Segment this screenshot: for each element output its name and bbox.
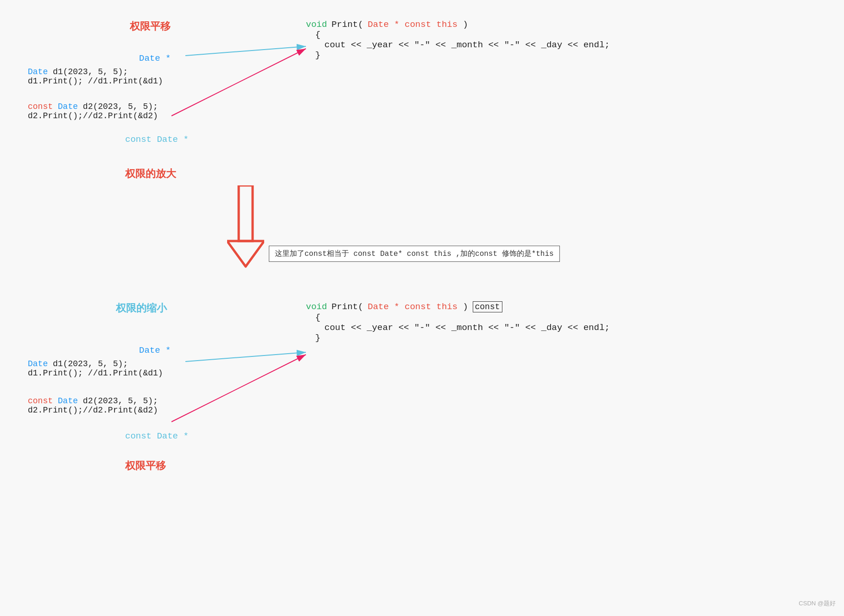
bottom-date-star-label: Date * bbox=[139, 345, 171, 356]
bottom-const-kw: const bbox=[28, 396, 58, 406]
annotation-text: 这里加了const相当于 const Date* const this ,加的c… bbox=[275, 250, 554, 258]
bottom-const-date-star-text: const Date * bbox=[125, 431, 189, 441]
top-d2-line1: const Date d2(2023, 5, 5); bbox=[28, 102, 158, 111]
bottom-func-name: Print( bbox=[331, 302, 363, 312]
annotation-box: 这里加了const相当于 const Date* const this ,加的c… bbox=[269, 246, 560, 262]
top-void-keyword: void bbox=[306, 19, 327, 30]
bottom-d1-print: d1.Print(); //d1.Print(&d1) bbox=[28, 368, 163, 378]
svg-marker-5 bbox=[227, 241, 264, 267]
bottom-d1-date: Date bbox=[28, 359, 48, 368]
watermark: CSDN @题好 bbox=[799, 599, 836, 608]
top-date-param: Date * const this bbox=[368, 19, 463, 30]
bottom-quanxian-text: 权限平移 bbox=[125, 460, 166, 471]
bottom-const-date-star-label: const Date * bbox=[125, 431, 189, 441]
top-d2-line2: d2.Print();//d2.Print(&d2) bbox=[28, 111, 158, 121]
bottom-d2-line2: d2.Print();//d2.Print(&d2) bbox=[28, 406, 158, 415]
arrow-bottom-pink bbox=[171, 355, 306, 422]
bottom-d2-line1: const Date d2(2023, 5, 5); bbox=[28, 396, 158, 406]
bottom-void-keyword: void bbox=[306, 302, 327, 312]
bottom-d1-line1: Date d1(2023, 5, 5); bbox=[28, 359, 163, 368]
top-const-date-star-label: const Date * bbox=[125, 134, 189, 145]
top-date-star-label: Date * bbox=[139, 53, 171, 64]
bottom-title: 权限的缩小 bbox=[116, 301, 167, 315]
top-cout-line: cout << _year << "-" << _month << "-" <<… bbox=[324, 40, 610, 50]
top-cout-text: cout << _year << "-" << _month << "-" <<… bbox=[324, 40, 610, 50]
top-d1-date: Date bbox=[28, 67, 48, 76]
top-brace-open: { bbox=[315, 30, 610, 40]
top-func-close: ) bbox=[463, 19, 468, 30]
svg-rect-4 bbox=[239, 185, 253, 241]
bottom-right-func: void Print( Date * const this ) const { … bbox=[306, 301, 610, 343]
bottom-const-box: const bbox=[473, 301, 502, 312]
top-date-star-text: Date * bbox=[139, 53, 171, 64]
bottom-d1-rest: d1(2023, 5, 5); bbox=[53, 359, 128, 368]
top-d1-rest: d1(2023, 5, 5); bbox=[53, 67, 128, 76]
top-d1-print: d1.Print(); //d1.Print(&d1) bbox=[28, 76, 163, 86]
arrow-top-pink bbox=[171, 49, 306, 116]
bottom-brace-open: { bbox=[315, 312, 610, 323]
middle-title-text: 权限的放大 bbox=[125, 168, 176, 179]
bottom-d2-block: const Date d2(2023, 5, 5); d2.Print();//… bbox=[28, 396, 158, 415]
bottom-title-text: 权限的缩小 bbox=[116, 302, 167, 314]
top-const-date-star-text: const Date * bbox=[125, 134, 189, 145]
top-func-sig: void Print( Date * const this ) bbox=[306, 19, 610, 30]
bottom-d2-date: Date bbox=[58, 396, 78, 406]
middle-title: 权限的放大 bbox=[125, 167, 176, 181]
red-arrow-svg bbox=[227, 185, 264, 269]
bottom-d1-block: Date d1(2023, 5, 5); d1.Print(); //d1.Pr… bbox=[28, 359, 163, 378]
bottom-d2-rest: d2(2023, 5, 5); bbox=[83, 396, 158, 406]
top-d2-date: Date bbox=[58, 102, 78, 111]
bottom-date-star-text: Date * bbox=[139, 345, 171, 356]
arrow-bottom-cyan bbox=[185, 352, 306, 362]
page-container: 权限平移 void Print( Date * const this ) { c… bbox=[0, 0, 844, 616]
top-brace-close: } bbox=[315, 50, 610, 60]
bottom-quanxian-title: 权限平移 bbox=[125, 459, 166, 473]
bottom-func-close: ) bbox=[463, 302, 468, 312]
arrow-top-cyan bbox=[185, 46, 306, 56]
red-arrow-down bbox=[227, 185, 264, 271]
top-d1-block: Date d1(2023, 5, 5); d1.Print(); //d1.Pr… bbox=[28, 67, 163, 86]
bottom-func-sig: void Print( Date * const this ) const bbox=[306, 301, 610, 312]
bottom-brace-close: } bbox=[315, 333, 610, 343]
top-d2-block: const Date d2(2023, 5, 5); d2.Print();//… bbox=[28, 102, 158, 121]
top-d1-line2: d1.Print(); //d1.Print(&d1) bbox=[28, 76, 163, 86]
bottom-d2-print: d2.Print();//d2.Print(&d2) bbox=[28, 406, 158, 415]
top-const-kw: const bbox=[28, 102, 58, 111]
top-d2-rest: d2(2023, 5, 5); bbox=[83, 102, 158, 111]
top-right-func: void Print( Date * const this ) { cout <… bbox=[306, 19, 610, 60]
bottom-cout-line: cout << _year << "-" << _month << "-" <<… bbox=[324, 323, 610, 333]
top-d1-line1: Date d1(2023, 5, 5); bbox=[28, 67, 163, 76]
top-d2-print: d2.Print();//d2.Print(&d2) bbox=[28, 111, 158, 121]
bottom-cout-text: cout << _year << "-" << _month << "-" <<… bbox=[324, 323, 610, 333]
top-func-name: Print( bbox=[331, 19, 363, 30]
bottom-d1-line2: d1.Print(); //d1.Print(&d1) bbox=[28, 368, 163, 378]
top-title: 权限平移 bbox=[130, 19, 171, 33]
bottom-date-param: Date * const this bbox=[368, 302, 463, 312]
